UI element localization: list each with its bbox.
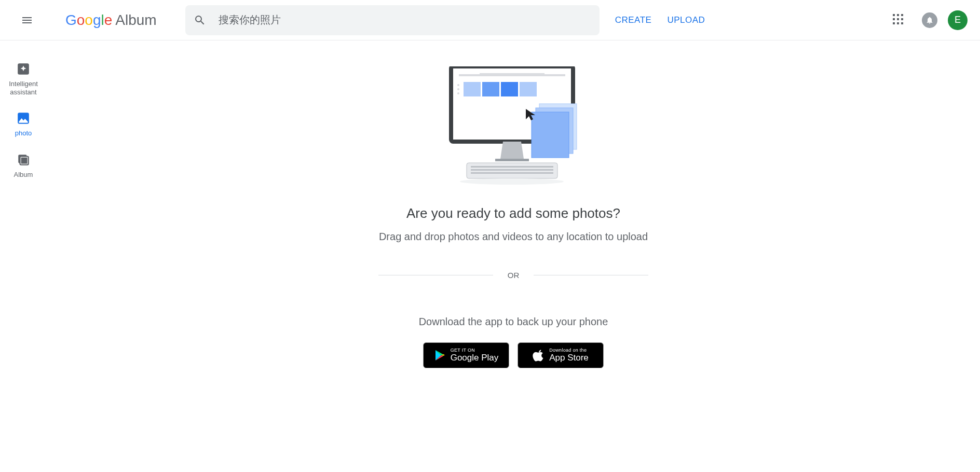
apple-icon: [533, 349, 545, 362]
app-store-badge[interactable]: Download on the App Store: [518, 342, 604, 368]
account-avatar[interactable]: E: [948, 10, 968, 30]
photo-icon: [17, 112, 30, 125]
sidebar-item-album[interactable]: Album: [14, 153, 33, 179]
or-divider: OR: [378, 271, 648, 280]
search-box[interactable]: [185, 5, 600, 35]
empty-state-title: Are you ready to add some photos?: [406, 205, 620, 221]
logo[interactable]: Google Album: [65, 12, 157, 29]
svg-rect-17: [471, 166, 553, 168]
svg-rect-13: [501, 82, 518, 96]
sidebar-label: Intelligent assistant: [9, 80, 38, 96]
sidebar-item-photo[interactable]: photo: [15, 112, 32, 137]
empty-state-subtitle: Drag and drop photos and videos to any l…: [379, 231, 648, 243]
header: Google Album CREATE UPLOAD E: [0, 0, 980, 40]
svg-rect-23: [532, 112, 569, 158]
svg-rect-18: [471, 169, 553, 171]
search-input[interactable]: [219, 14, 591, 26]
google-wordmark: Google: [65, 12, 112, 29]
hamburger-icon: [21, 14, 33, 26]
svg-point-10: [457, 92, 459, 94]
upload-illustration: [446, 66, 581, 188]
bell-icon: [925, 16, 934, 24]
notifications-button[interactable]: [922, 12, 937, 28]
svg-point-8: [457, 84, 459, 86]
header-actions: CREATE UPLOAD: [615, 15, 705, 25]
svg-point-20: [460, 178, 564, 185]
badge-bottom-text: Google Play: [451, 353, 499, 363]
svg-point-9: [457, 88, 459, 90]
main-content: Are you ready to add some photos? Drag a…: [47, 40, 980, 368]
intelligent-assistant-icon: [17, 62, 30, 76]
sidebar: Intelligent assistant photo Album: [0, 52, 47, 178]
upload-button[interactable]: UPLOAD: [667, 15, 705, 25]
or-label: OR: [508, 271, 520, 280]
svg-rect-4: [21, 157, 28, 163]
google-play-icon: [434, 349, 446, 362]
album-icon: [17, 153, 30, 166]
hamburger-menu-button[interactable]: [15, 8, 39, 33]
header-right: E: [887, 8, 972, 33]
svg-rect-19: [471, 172, 553, 174]
svg-rect-14: [520, 82, 537, 96]
svg-rect-7: [480, 73, 545, 75]
search-icon: [194, 14, 206, 26]
google-apps-button[interactable]: [887, 8, 911, 33]
sidebar-item-assistant[interactable]: Intelligent assistant: [9, 62, 38, 96]
svg-rect-15: [495, 159, 529, 161]
google-play-badge[interactable]: GET IT ON Google Play: [423, 342, 509, 368]
logo-suffix: Album: [115, 12, 156, 29]
download-app-text: Download the app to back up your phone: [419, 316, 608, 328]
svg-rect-12: [482, 82, 499, 96]
sidebar-label: Album: [14, 171, 33, 179]
svg-rect-11: [464, 82, 481, 96]
badge-bottom-text: App Store: [549, 353, 589, 363]
sidebar-label: photo: [15, 129, 32, 137]
app-store-badges: GET IT ON Google Play Download on the Ap…: [423, 342, 604, 368]
create-button[interactable]: CREATE: [615, 15, 652, 25]
